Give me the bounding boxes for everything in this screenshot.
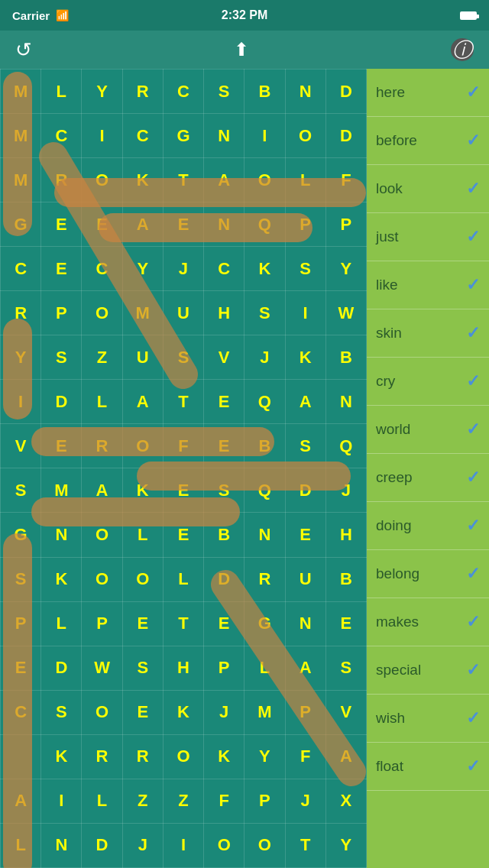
grid-cell: J <box>122 823 163 867</box>
grid-cell: P <box>1 601 41 646</box>
battery-icon <box>460 11 477 20</box>
grid-cell: S <box>204 468 244 513</box>
grid-cell: O <box>163 734 203 779</box>
word-text: doing <box>376 517 412 534</box>
grid-cell: C <box>41 114 82 158</box>
grid-cell: D <box>325 114 366 158</box>
grid-cell: E <box>285 513 325 557</box>
grid-cell: E <box>82 202 122 247</box>
grid-cell: S <box>1 557 41 601</box>
word-item[interactable]: skin✓ <box>367 309 489 358</box>
grid-cell: Q <box>244 202 285 247</box>
grid-cell: J <box>325 468 366 513</box>
refresh-button[interactable]: ↺ <box>15 38 32 62</box>
grid-cell: O <box>122 557 163 601</box>
grid-cell <box>1 734 41 779</box>
wifi-icon: 📶 <box>56 9 69 21</box>
grid-cell: X <box>325 779 366 823</box>
share-button[interactable]: ⬆ <box>234 39 249 60</box>
word-check: ✓ <box>466 516 480 536</box>
grid-cell: O <box>82 690 122 734</box>
grid-cell: S <box>204 70 244 114</box>
grid-cell: L <box>82 380 122 424</box>
word-item[interactable]: wish✓ <box>367 695 489 743</box>
word-item[interactable]: belong✓ <box>367 550 489 598</box>
word-item[interactable]: look✓ <box>367 165 489 213</box>
grid-cell: R <box>41 158 82 202</box>
grid-cell: P <box>82 601 122 646</box>
grid-cell: O <box>285 114 325 158</box>
grid-cell: O <box>122 424 163 468</box>
grid-cell: V <box>1 424 41 468</box>
word-item[interactable]: before✓ <box>367 117 489 165</box>
carrier-label: Carrier <box>12 9 50 22</box>
grid-cell: U <box>285 557 325 601</box>
word-item[interactable]: world✓ <box>367 406 489 454</box>
grid-cell: O <box>204 823 244 867</box>
grid-cell: E <box>204 601 244 646</box>
grid-cell: D <box>41 380 82 424</box>
grid-cell: T <box>163 158 203 202</box>
grid-cell: M <box>244 690 285 734</box>
word-text: look <box>376 180 403 197</box>
word-text: belong <box>376 565 419 582</box>
word-text: makes <box>376 614 419 630</box>
grid-cell: S <box>325 646 366 690</box>
grid-cell: N <box>285 70 325 114</box>
grid-cell: P <box>204 646 244 690</box>
info-button[interactable]: ⓘ <box>451 38 474 61</box>
grid-cell: P <box>244 779 285 823</box>
grid-cell: E <box>122 690 163 734</box>
grid-cell: O <box>244 823 285 867</box>
word-item[interactable]: special✓ <box>367 646 489 695</box>
grid-cell: Y <box>325 823 366 867</box>
word-text: world <box>376 421 410 438</box>
grid-cell: K <box>41 734 82 779</box>
word-text: like <box>376 277 398 293</box>
word-check: ✓ <box>466 179 480 199</box>
grid-cell: R <box>82 424 122 468</box>
grid-cell: I <box>1 380 41 424</box>
grid-cell: R <box>244 557 285 601</box>
status-left: Carrier 📶 <box>12 9 69 22</box>
grid-cell: S <box>41 335 82 380</box>
grid-cell: K <box>163 690 203 734</box>
word-item[interactable]: float✓ <box>367 743 489 791</box>
grid-cell: V <box>325 690 366 734</box>
grid-cell: P <box>285 690 325 734</box>
grid-cell: R <box>122 734 163 779</box>
grid-cell: E <box>163 513 203 557</box>
grid-cell: P <box>325 202 366 247</box>
grid-cell: D <box>285 468 325 513</box>
status-time: 2:32 PM <box>222 8 267 22</box>
word-item[interactable]: cry✓ <box>367 358 489 406</box>
word-item[interactable]: doing✓ <box>367 502 489 550</box>
word-item[interactable]: just✓ <box>367 213 489 261</box>
word-text: float <box>376 758 403 775</box>
grid-cell: Y <box>325 247 366 291</box>
grid-cell: Z <box>163 779 203 823</box>
grid-cell: V <box>204 335 244 380</box>
grid-cell: M <box>1 158 41 202</box>
word-check: ✓ <box>466 371 480 391</box>
word-item[interactable]: makes✓ <box>367 598 489 646</box>
grid-cell: A <box>204 158 244 202</box>
grid-cell: L <box>122 513 163 557</box>
word-search-grid[interactable]: MLYRCSBNDMCICGNIODMROKTAOLFGEEAENQPPCECY… <box>0 69 367 868</box>
word-check: ✓ <box>466 468 480 487</box>
word-text: special <box>376 662 421 679</box>
grid-cell: O <box>82 513 122 557</box>
word-item[interactable]: like✓ <box>367 261 489 309</box>
grid-cell: D <box>204 557 244 601</box>
grid-cell: E <box>163 468 203 513</box>
grid-cell: L <box>41 601 82 646</box>
grid-cell: C <box>122 114 163 158</box>
grid-cell: C <box>1 247 41 291</box>
grid-cell: Q <box>244 380 285 424</box>
toolbar: ↺ ⬆ ⓘ <box>0 31 489 69</box>
grid-cell: P <box>41 291 82 335</box>
word-item[interactable]: creep✓ <box>367 454 489 502</box>
word-item[interactable]: here✓ <box>367 69 489 117</box>
word-text: creep <box>376 469 413 486</box>
grid-cell: L <box>41 70 82 114</box>
